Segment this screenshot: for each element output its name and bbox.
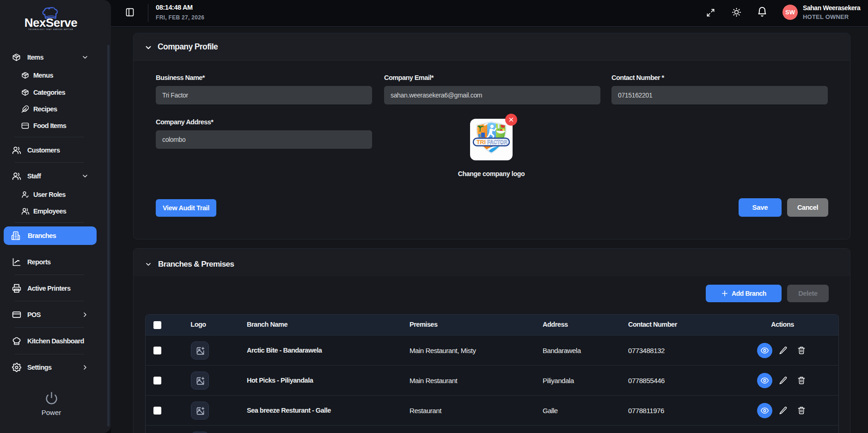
svg-text:FACTOR: FACTOR (487, 139, 507, 146)
svg-text:TRI: TRI (477, 139, 486, 146)
